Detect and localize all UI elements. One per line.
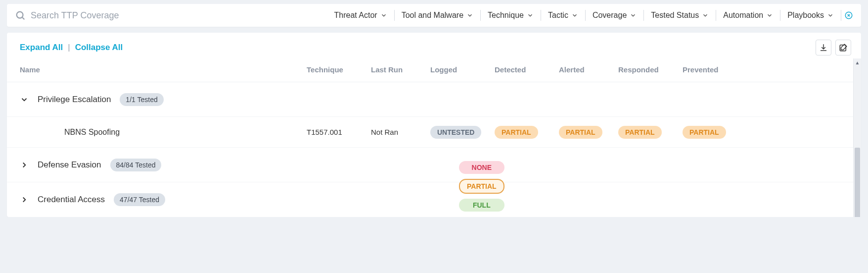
filter-label: Threat Actor [334,11,377,20]
table-row[interactable]: NBNS Spoofing T1557.001 Not Ran UNTESTED… [7,117,861,148]
filter-automation[interactable]: Automation [716,9,780,22]
col-responded: Responded [618,65,683,74]
divider [841,10,841,21]
chevron-down-icon [766,12,773,19]
filter-technique[interactable]: Technique [481,9,541,22]
filter-tested-status[interactable]: Tested Status [644,9,716,22]
filter-coverage[interactable]: Coverage [586,9,643,22]
chevron-down-icon [466,12,473,19]
search-wrap [15,10,143,21]
filter-label: Coverage [593,11,627,20]
group-label: Credential Access [38,195,105,205]
expand-all-link[interactable]: Expand All [20,43,63,53]
download-icon [819,43,828,52]
panel-actions [816,40,851,55]
col-alerted: Alerted [559,65,618,74]
scroll-thumb[interactable] [855,148,860,217]
group-label: Defense Evasion [38,160,101,170]
filter-group: Threat Actor Tool and Malware Technique … [327,9,853,22]
chevron-down-icon [380,12,387,19]
tested-count-badge: 84/84 Tested [110,159,162,171]
filter-label: Tested Status [651,11,699,20]
status-badge-logged: UNTESTED [430,126,481,139]
results-panel: Expand All | Collapse All Name Technique… [7,33,861,217]
chevron-down-icon [827,12,834,19]
filter-label: Tactic [548,11,568,20]
col-logged: Logged [430,65,495,74]
col-prevented: Prevented [683,65,742,74]
col-name: Name [20,65,307,74]
filter-label: Technique [488,11,524,20]
edit-icon [839,43,848,52]
filter-label: Tool and Malware [402,11,463,20]
download-button[interactable] [816,40,831,55]
scroll-up-arrow[interactable]: ▲ [854,58,861,66]
filter-tactic[interactable]: Tactic [541,9,585,22]
separator: | [68,43,70,53]
svg-line-1 [22,17,24,19]
reset-filters-icon[interactable] [844,11,853,20]
expand-collapse-controls: Expand All | Collapse All [20,43,123,53]
svg-point-0 [17,12,23,18]
filter-bar: Threat Actor Tool and Malware Technique … [7,4,861,27]
group-credential-access[interactable]: Credential Access 47/47 Tested [7,182,861,217]
vertical-scrollbar[interactable]: ▲ [853,58,861,217]
row-lastrun: Not Ran [371,128,430,136]
table-container: Name Technique Last Run Logged Detected … [7,59,861,217]
status-badge-responded: PARTIAL [618,126,662,139]
group-privilege-escalation[interactable]: Privilege Escalation 1/1 Tested [7,82,861,117]
chevron-right-icon[interactable] [20,161,29,169]
status-badge-alerted: PARTIAL [559,126,602,139]
col-lastrun: Last Run [371,65,430,74]
chevron-down-icon [527,12,534,19]
filter-tool-malware[interactable]: Tool and Malware [395,9,480,22]
collapse-all-link[interactable]: Collapse All [75,43,123,53]
row-technique: T1557.001 [307,128,371,136]
table-header: Name Technique Last Run Logged Detected … [7,59,861,82]
search-input[interactable] [31,10,139,21]
tested-count-badge: 1/1 Tested [120,93,163,106]
chevron-down-icon[interactable] [20,95,29,104]
chevron-right-icon[interactable] [20,195,29,204]
group-defense-evasion[interactable]: Defense Evasion 84/84 Tested [7,148,861,182]
row-name: NBNS Spoofing [20,128,307,137]
chevron-down-icon [630,12,637,19]
chevron-down-icon [571,12,578,19]
col-detected: Detected [495,65,559,74]
tested-count-badge: 47/47 Tested [114,193,165,206]
status-badge-prevented: PARTIAL [683,126,726,139]
col-technique: Technique [307,65,371,74]
filter-label: Playbooks [787,11,824,20]
status-badge-detected: PARTIAL [495,126,538,139]
panel-toolbar: Expand All | Collapse All [7,33,861,59]
group-label: Privilege Escalation [38,95,111,105]
search-icon [15,10,26,21]
filter-playbooks[interactable]: Playbooks [780,9,841,22]
edit-button[interactable] [835,40,851,55]
chevron-down-icon [702,12,709,19]
filter-label: Automation [723,11,763,20]
filter-threat-actor[interactable]: Threat Actor [327,9,394,22]
